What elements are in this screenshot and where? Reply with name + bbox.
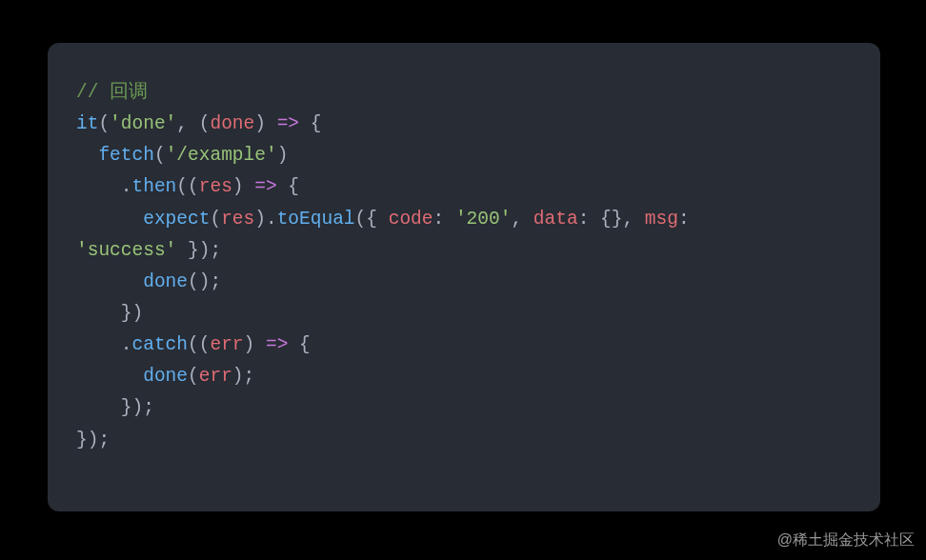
fn-then: then [132,176,177,197]
comment-line: // 回调 [76,82,148,103]
fn-it: it [76,113,98,134]
fn-done: done [143,271,188,292]
code-content: // 回调 it('done', (done) => { fetch('/exa… [76,77,852,456]
code-block: // 回调 it('done', (done) => { fetch('/exa… [48,43,880,511]
watermark: @稀土掘金技术社区 [777,530,915,550]
fn-done-err: done [143,366,188,387]
fn-fetch: fetch [98,145,154,166]
fn-expect: expect [143,209,210,230]
fn-toequal: toEqual [277,209,355,230]
fn-catch: catch [132,334,189,355]
